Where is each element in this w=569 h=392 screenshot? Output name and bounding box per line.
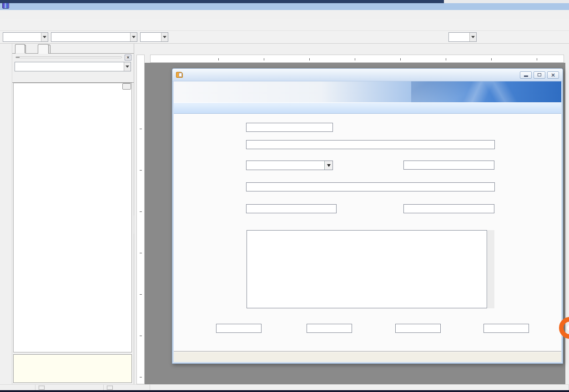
format-toolbar — [0, 31, 569, 44]
form-banner — [174, 81, 561, 102]
editor-tabs — [12, 44, 134, 54]
chevron-down-icon[interactable] — [324, 161, 332, 170]
maker-field[interactable] — [216, 324, 262, 333]
size-icon — [107, 386, 113, 390]
status-selection — [150, 385, 569, 390]
ellipsis-button[interactable] — [122, 83, 131, 90]
status-unit — [0, 385, 35, 390]
restore-button[interactable] — [534, 71, 545, 79]
form-bottom-tabs — [174, 352, 561, 362]
position-icon — [39, 386, 45, 390]
restore-icon — [538, 73, 541, 76]
people-field[interactable] — [403, 204, 494, 213]
horizontal-ruler — [150, 55, 564, 63]
object-inspector — [12, 44, 134, 384]
title-bar[interactable] — [0, 0, 569, 10]
font-combo[interactable] — [51, 32, 137, 42]
reason-route-memo[interactable] — [247, 230, 487, 308]
property-description — [13, 354, 132, 383]
splitter-groove[interactable] — [15, 56, 122, 58]
subject-field[interactable] — [246, 140, 495, 149]
form-client-area — [174, 114, 561, 352]
window-top-edge-right — [444, 0, 569, 3]
chevron-down-icon[interactable] — [469, 33, 476, 41]
check-date-field[interactable] — [483, 324, 529, 333]
form-icon — [176, 72, 183, 78]
make-date-field[interactable] — [307, 324, 352, 333]
app-icon — [2, 3, 9, 9]
destination-field[interactable] — [246, 182, 495, 191]
est-km-field[interactable] — [246, 204, 337, 213]
app-window — [0, 0, 569, 392]
bottom-edge — [0, 390, 569, 392]
property-grid — [13, 83, 132, 352]
designed-form-window[interactable] — [172, 68, 563, 364]
style-combo[interactable] — [3, 32, 48, 42]
close-icon — [551, 73, 555, 77]
object-selector-combo[interactable] — [15, 62, 131, 71]
minimize-button[interactable] — [520, 71, 532, 79]
status-bar — [0, 384, 569, 390]
status-position — [35, 385, 104, 390]
minimize-icon — [524, 75, 528, 77]
doc-code-field[interactable] — [246, 123, 333, 132]
memo-scroll-strip[interactable] — [488, 230, 494, 308]
chevron-down-icon[interactable] — [41, 33, 48, 41]
status-size — [104, 385, 150, 390]
font-size-combo[interactable] — [140, 32, 168, 42]
vertical-ruler — [136, 55, 145, 384]
window-top-edge — [0, 0, 444, 3]
tab-properties[interactable] — [15, 44, 25, 53]
form-toolbar — [174, 102, 561, 114]
close-icon[interactable] — [125, 55, 131, 60]
form-title-bar[interactable] — [172, 69, 563, 81]
tab-form1[interactable] — [38, 44, 49, 54]
close-button[interactable] — [547, 71, 559, 79]
inspector-tabs — [12, 73, 134, 83]
ruler-ticks — [140, 88, 142, 384]
applicant-combo[interactable] — [246, 161, 333, 170]
apply-time-field[interactable] — [403, 161, 494, 170]
ruler-ticks — [173, 58, 564, 60]
chevron-down-icon[interactable] — [124, 62, 131, 71]
main-toolbar — [0, 19, 569, 31]
chevron-down-icon[interactable] — [130, 33, 137, 41]
chevron-down-icon[interactable] — [161, 33, 168, 41]
component-toolbox — [0, 44, 12, 384]
line-width-combo[interactable] — [448, 32, 477, 42]
menu-bar — [0, 10, 569, 19]
checker-field[interactable] — [395, 324, 441, 333]
